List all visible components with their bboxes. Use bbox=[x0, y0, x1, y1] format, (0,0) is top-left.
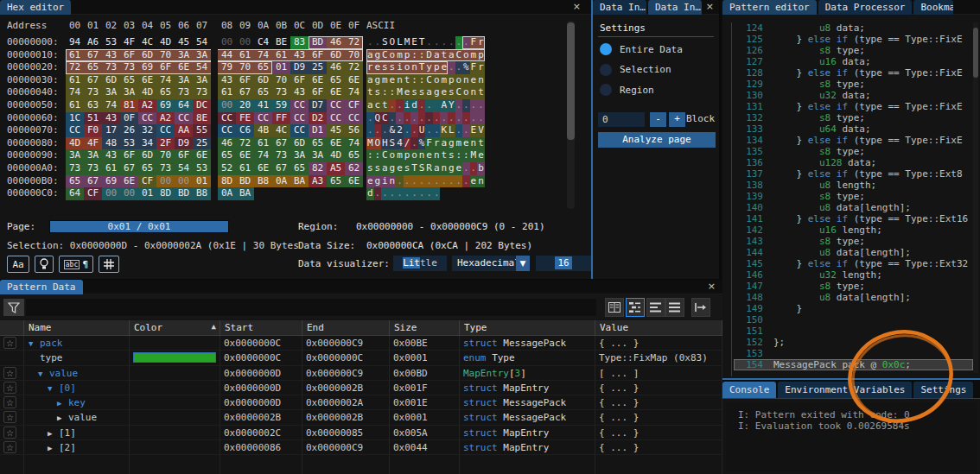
code-line[interactable]: 137 } else if (type == Type::Ext8 bbox=[734, 168, 973, 180]
ascii-char[interactable]: Q bbox=[374, 112, 382, 125]
hex-byte[interactable]: 61 bbox=[272, 49, 290, 62]
ascii-char[interactable]: g bbox=[448, 137, 455, 150]
ascii-char[interactable]: C bbox=[381, 112, 389, 125]
hex-byte[interactable]: 61 bbox=[236, 49, 254, 62]
hex-byte[interactable]: 6E bbox=[327, 137, 345, 150]
hex-byte[interactable]: 4C bbox=[272, 124, 290, 137]
hex-byte[interactable]: BE bbox=[272, 36, 290, 49]
hex-byte[interactable]: 83 bbox=[290, 36, 309, 49]
hex-byte[interactable]: 73 bbox=[102, 61, 120, 74]
code-line[interactable]: 145 } else if (type == Type::Ext32 bbox=[734, 258, 973, 269]
hex-byte[interactable]: 3A bbox=[193, 49, 211, 62]
hex-byte[interactable]: 55 bbox=[193, 124, 211, 137]
hex-byte[interactable]: 46 bbox=[218, 137, 236, 150]
ascii-char[interactable]: M bbox=[366, 137, 374, 150]
ascii-char[interactable]: . bbox=[440, 36, 448, 49]
hex-byte[interactable]: 43 bbox=[218, 74, 236, 87]
ascii-char[interactable]: n bbox=[470, 86, 478, 99]
ascii-char[interactable]: n bbox=[440, 162, 448, 175]
flatten-view-icon[interactable] bbox=[646, 298, 665, 317]
hex-byte[interactable]: 6E bbox=[309, 74, 327, 87]
hex-byte[interactable]: D2 bbox=[309, 112, 327, 125]
code-line[interactable]: 149 } bbox=[734, 303, 973, 314]
ascii-char[interactable]: / bbox=[404, 137, 411, 150]
hex-byte[interactable]: 41 bbox=[254, 99, 272, 112]
hex-byte[interactable]: 6E bbox=[345, 175, 363, 188]
chevron-expanded-icon[interactable]: ▼ bbox=[38, 368, 49, 381]
hex-byte[interactable]: 45 bbox=[327, 124, 345, 137]
tab-pattern-data[interactable]: Pattern Data bbox=[0, 280, 83, 294]
hex-byte[interactable]: 61 bbox=[66, 49, 84, 62]
ascii-char[interactable]: : bbox=[410, 49, 418, 62]
favorite-cell[interactable]: ☆ bbox=[0, 336, 24, 351]
ascii-char[interactable]: m bbox=[396, 49, 404, 62]
ascii-char[interactable]: e bbox=[470, 74, 478, 87]
ascii-char[interactable]: t bbox=[404, 74, 411, 87]
ascii-char[interactable]: . bbox=[374, 124, 382, 137]
ascii-char[interactable]: . bbox=[462, 112, 470, 125]
hex-byte[interactable]: 4C bbox=[138, 36, 156, 49]
ascii-char[interactable]: S bbox=[418, 162, 426, 175]
favorite-cell[interactable]: ☆ bbox=[0, 410, 24, 425]
ascii-char[interactable]: i bbox=[404, 99, 411, 112]
ascii-char[interactable]: g bbox=[448, 162, 455, 175]
ascii-char[interactable]: F bbox=[470, 61, 478, 74]
tree-view-icon[interactable] bbox=[626, 298, 645, 317]
favorite-cell[interactable]: ☆ bbox=[0, 440, 24, 455]
ascii-char[interactable]: . bbox=[433, 112, 441, 125]
hex-byte[interactable]: 61 bbox=[102, 162, 120, 175]
ascii-char[interactable] bbox=[433, 99, 441, 112]
hex-byte[interactable]: CC bbox=[345, 112, 363, 125]
ascii-char[interactable]: p bbox=[404, 49, 411, 62]
ascii-char[interactable]: e bbox=[366, 175, 374, 188]
radio-icon[interactable] bbox=[600, 43, 612, 55]
pattern-name-cell[interactable]: ▼pack bbox=[24, 336, 130, 351]
hex-byte[interactable]: 3A bbox=[102, 86, 120, 99]
ascii-char[interactable]: m bbox=[381, 74, 389, 87]
ascii-char[interactable]: . bbox=[455, 61, 463, 74]
analyze-page-button[interactable]: Analyze page bbox=[598, 132, 716, 148]
ascii-char[interactable]: . bbox=[418, 99, 426, 112]
increment-button[interactable]: + bbox=[669, 112, 685, 127]
hex-byte[interactable]: 3A bbox=[84, 149, 102, 162]
ascii-char[interactable]: o bbox=[462, 49, 470, 62]
radio-option-selection[interactable]: Selection bbox=[600, 64, 671, 76]
hex-byte[interactable]: 70 bbox=[156, 49, 175, 62]
ascii-char[interactable]: n bbox=[389, 175, 397, 188]
ascii-char[interactable]: R bbox=[425, 162, 433, 175]
ascii-char[interactable]: . bbox=[404, 112, 411, 125]
hex-byte[interactable]: 61 bbox=[66, 74, 84, 87]
hex-byte[interactable]: 65 bbox=[309, 137, 327, 150]
hex-byte[interactable]: 54 bbox=[193, 61, 211, 74]
radio-icon[interactable] bbox=[600, 64, 612, 76]
code-line[interactable]: 130 u32 data; bbox=[734, 90, 973, 101]
ascii-char[interactable]: . bbox=[433, 36, 441, 49]
pattern-name-cell[interactable]: ▼value bbox=[24, 366, 130, 381]
ascii-char[interactable]: . bbox=[404, 124, 411, 137]
ascii-char[interactable]: . bbox=[433, 175, 441, 188]
ascii-char[interactable]: r bbox=[477, 61, 485, 74]
pattern-name-cell[interactable]: ▼[0] bbox=[24, 381, 130, 395]
hex-byte[interactable]: 65 bbox=[156, 86, 175, 99]
hex-byte[interactable]: 6D bbox=[138, 149, 156, 162]
ascii-char[interactable]: o bbox=[389, 149, 397, 162]
ascii-char[interactable]: . bbox=[410, 124, 418, 137]
hex-byte[interactable]: A2 bbox=[138, 99, 156, 112]
tab-environment-variables[interactable]: Environment Variables bbox=[778, 382, 912, 398]
ascii-char[interactable]: : bbox=[381, 86, 389, 99]
chevron-collapsed-icon[interactable]: ▶ bbox=[57, 412, 68, 425]
ascii-char[interactable]: g bbox=[389, 162, 397, 175]
filter-input[interactable] bbox=[26, 299, 596, 316]
editor-scrollbar[interactable] bbox=[973, 22, 978, 373]
ascii-char[interactable]: T bbox=[418, 61, 426, 74]
ascii-char[interactable]: . bbox=[455, 175, 463, 188]
ascii-char[interactable]: a bbox=[366, 99, 374, 112]
ascii-char[interactable]: o bbox=[455, 74, 463, 87]
hex-byte[interactable]: AA bbox=[175, 124, 193, 137]
code-line[interactable]: 140 u8 data[length]; bbox=[734, 202, 973, 213]
ascii-char[interactable]: % bbox=[462, 61, 470, 74]
ascii-char[interactable]: n bbox=[477, 175, 485, 188]
hex-byte[interactable]: 6D bbox=[327, 49, 345, 62]
ascii-char[interactable]: s bbox=[404, 162, 411, 175]
ascii-char[interactable]: . bbox=[418, 112, 426, 125]
